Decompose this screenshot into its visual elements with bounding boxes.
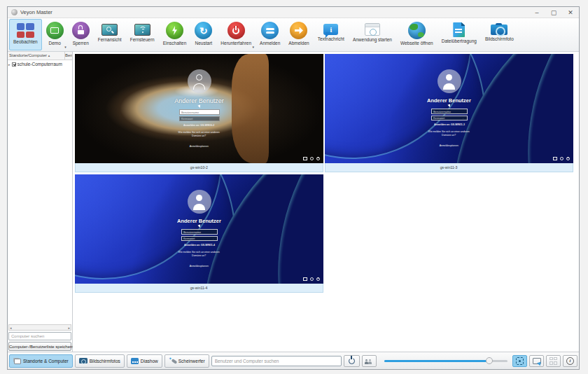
open-website-icon (408, 22, 426, 39)
text-message-icon: i (323, 24, 338, 35)
toolbar-button-dateiuebertragung[interactable]: Dateiübertragung (438, 19, 481, 50)
toolbar-button-textnachricht[interactable]: i Textnachricht (314, 19, 349, 50)
signin-options-link[interactable]: Anmeldeoptionen (190, 145, 209, 148)
computer-thumbnail-gs-win10-2[interactable]: Anderer Benutzer Benutzername Kennwort A… (75, 54, 323, 172)
submit-arrow-icon[interactable]: → (461, 117, 463, 119)
tab-diashow[interactable]: Diashow (127, 354, 162, 368)
login-users-button[interactable] (362, 355, 377, 367)
toolbar-button-webseite-oeffnen[interactable]: Webseite öffnen (396, 19, 438, 50)
computer-name-label: gs-win11-3 (325, 163, 573, 172)
power-icon[interactable] (566, 157, 570, 160)
computer-thumbnail-gs-win11-3[interactable]: Anderer Benutzer Benutzername Kennwort→ … (325, 54, 573, 172)
toolbar-button-neustart[interactable]: ↻ Neustart (190, 19, 216, 50)
expander-icon[interactable]: ▸ (8, 62, 10, 67)
toolbar-button-bildschirmfoto[interactable]: Bildschirmfoto (481, 19, 518, 50)
tab-scheinwerfer[interactable]: Scheinwerfer (164, 354, 209, 368)
user-avatar-icon (188, 69, 211, 93)
computer-thumbnail-gs-win11-4[interactable]: Anderer Benutzer Benutzername Kennwort→ … (75, 174, 323, 293)
domain-question-text: Wie melden Sie sich an einer anderen Dom… (178, 131, 220, 137)
remote-control-icon (134, 24, 150, 36)
monitoring-grid-icon (17, 23, 34, 38)
info-button[interactable]: i (563, 355, 578, 367)
computer-name-label: gs-win11-4 (75, 284, 323, 293)
start-application-icon (365, 23, 380, 36)
tab-standorte-computer[interactable]: Standorte & Computer (9, 354, 73, 368)
custom-arrangement-button[interactable] (529, 355, 544, 367)
toolbar-button-sperren[interactable]: Sperren (68, 19, 94, 50)
checkbox-checked-icon[interactable] (12, 62, 16, 67)
slideshow-icon (131, 358, 139, 364)
tree-header-users[interactable]: Benutzer (65, 52, 72, 60)
scroll-right-icon[interactable]: ▸ (67, 326, 71, 330)
maximize-button[interactable]: ▢ (545, 7, 562, 18)
logon-target-text: Anmelden an: GS-WIN11-4 (184, 244, 215, 247)
toolbar-button-herunterfahren[interactable]: Herunterfahren ▾ (216, 19, 255, 50)
toolbar-button-demo[interactable]: Demo ▾ (42, 19, 68, 50)
accessibility-icon[interactable] (310, 157, 314, 160)
veyon-master-window: Veyon Master – ▢ ✕ Beobachten Demo ▾ Spe… (7, 6, 580, 370)
password-field[interactable]: Kennwort→ (431, 116, 468, 120)
login-icon (261, 22, 279, 39)
slider-handle[interactable] (486, 357, 493, 364)
login-screen: Anderer Benutzer Benutzername Kennwort A… (75, 54, 323, 163)
username-field[interactable]: Benutzername (179, 109, 220, 115)
grid-view-button[interactable] (546, 355, 561, 367)
network-icon[interactable] (303, 157, 307, 160)
password-field[interactable]: Kennwort (179, 116, 220, 121)
chevron-down-icon[interactable]: ▾ (253, 45, 255, 49)
login-screen: Anderer Benutzer Benutzername Kennwort→ … (75, 174, 323, 284)
reboot-icon: ↻ (195, 22, 212, 39)
power-master-icon (349, 358, 355, 364)
minimize-button[interactable]: – (528, 7, 545, 18)
title-bar[interactable]: Veyon Master – ▢ ✕ (8, 7, 579, 18)
mouse-cursor-icon (197, 224, 201, 228)
screenshots-icon (79, 358, 88, 363)
scroll-left-icon[interactable]: ◂ (9, 326, 13, 330)
locations-computers-panel: Standorte/Computer ▴ Benutzer ▸ schule-C… (8, 52, 73, 352)
mouse-cursor-icon (197, 104, 201, 108)
password-field[interactable]: Kennwort→ (181, 236, 218, 241)
power-icon[interactable] (316, 157, 320, 160)
toolbar-button-fernansicht[interactable]: Fernansicht (94, 19, 126, 50)
computer-search-input[interactable] (8, 332, 71, 340)
app-icon (11, 9, 18, 15)
submit-arrow-icon[interactable]: → (211, 237, 214, 240)
tree-header[interactable]: Standorte/Computer ▴ Benutzer (8, 52, 72, 60)
toolbar-button-fernsteuern[interactable]: Fernsteuern (126, 19, 159, 50)
toolbar-button-anmelden[interactable]: Anmelden (255, 19, 284, 50)
accessibility-icon[interactable] (560, 157, 564, 160)
network-icon[interactable] (303, 277, 307, 281)
power-icon[interactable] (316, 277, 320, 281)
lock-icon (72, 22, 90, 39)
save-computer-list-button[interactable]: Computer-/Benutzerliste speichern (8, 342, 71, 351)
grid-view-icon (550, 357, 557, 365)
computer-tree: ▸ schule-Computerraum (8, 60, 72, 324)
signin-options-link[interactable]: Anmeldeoptionen (190, 265, 209, 268)
tree-item-schule-computerraum[interactable]: ▸ schule-Computerraum (8, 60, 72, 68)
tree-header-label: Standorte/Computer (9, 53, 47, 57)
toolbar-button-einschalten[interactable]: Einschalten (159, 19, 191, 50)
accessibility-icon[interactable] (310, 277, 314, 281)
tab-bildschirmfotos[interactable]: Bildschirmfotos (75, 354, 125, 368)
toolbar-button-abmelden[interactable]: Abmelden (284, 19, 313, 50)
toolbar-button-anwendung-starten[interactable]: Anwendung starten (349, 19, 396, 50)
auto-fit-icon (516, 357, 524, 365)
domain-question-text: Wie melden Sie sich an einer anderen Dom… (428, 130, 470, 137)
logon-target-text: Anmelden an: GS-WIN11-3 (434, 123, 465, 126)
auto-fit-button[interactable] (512, 355, 527, 367)
horizontal-scrollbar[interactable]: ◂ ▸ (8, 324, 71, 331)
locations-computers-icon (13, 358, 21, 364)
domain-question-text: Wie melden Sie sich an einer anderen Dom… (178, 251, 220, 257)
user-computer-search-input[interactable] (211, 356, 342, 366)
username-field[interactable]: Benutzername (181, 229, 218, 235)
file-transfer-icon (453, 22, 465, 37)
toolbar-button-beobachten[interactable]: Beobachten (9, 19, 42, 50)
shutdown-icon (227, 22, 245, 39)
thumbnail-size-slider[interactable] (384, 355, 507, 367)
chevron-down-icon[interactable]: ▾ (64, 45, 66, 49)
power-master-button[interactable] (344, 355, 360, 367)
username-field[interactable]: Benutzername (431, 109, 468, 114)
network-icon[interactable] (553, 157, 557, 160)
close-button[interactable]: ✕ (562, 7, 579, 18)
signin-options-link[interactable]: Anmeldeoptionen (440, 144, 458, 147)
